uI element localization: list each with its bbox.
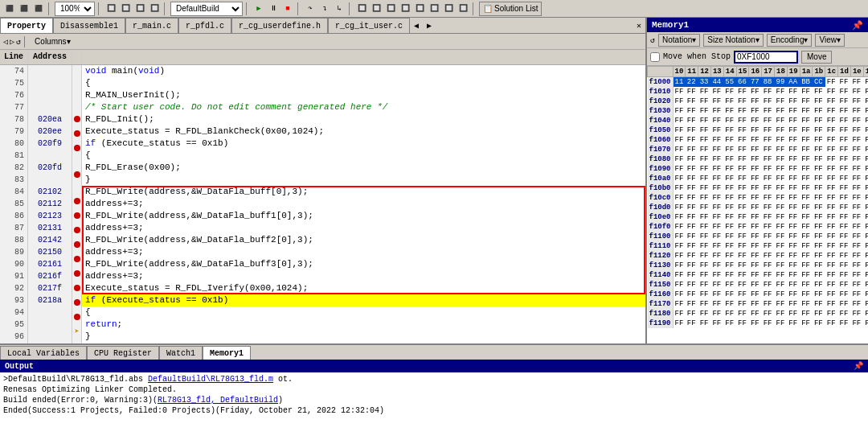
memory-byte[interactable]: FF xyxy=(673,309,686,319)
memory-byte[interactable]: FF xyxy=(787,203,800,212)
memory-byte[interactable]: FF xyxy=(838,97,851,106)
memory-byte[interactable]: FF xyxy=(749,145,762,154)
memory-byte[interactable]: FF xyxy=(838,241,851,251)
memory-byte[interactable]: FF xyxy=(775,280,788,290)
memory-byte[interactable]: FF xyxy=(787,87,800,97)
memory-byte[interactable]: FF xyxy=(838,270,851,280)
memory-byte[interactable]: FF xyxy=(850,135,863,145)
memory-byte[interactable]: FF xyxy=(800,203,813,212)
memory-byte[interactable]: FF xyxy=(775,193,788,203)
tab-r-pfdl[interactable]: r_pfdl.c xyxy=(178,18,231,33)
memory-byte[interactable]: FF xyxy=(749,270,762,280)
memory-byte[interactable]: FF xyxy=(736,261,749,270)
memory-byte[interactable]: FF xyxy=(710,309,723,319)
memory-byte[interactable]: FF xyxy=(850,222,863,232)
memory-byte[interactable]: FF xyxy=(838,290,851,299)
memory-byte[interactable]: FF xyxy=(800,164,813,174)
memory-byte[interactable]: FF xyxy=(838,251,851,261)
memory-byte[interactable]: FF xyxy=(825,319,838,328)
memory-byte[interactable]: FF xyxy=(787,251,800,261)
memory-byte[interactable]: FF xyxy=(723,87,736,97)
memory-byte[interactable]: FF xyxy=(698,116,711,125)
memory-byte[interactable]: 66 xyxy=(736,77,749,88)
memory-byte[interactable]: FF xyxy=(775,270,788,280)
solution-list-button[interactable]: 📋 Solution List xyxy=(479,2,542,16)
memory-byte[interactable]: FF xyxy=(863,251,868,261)
memory-byte[interactable]: FF xyxy=(850,290,863,299)
memory-byte[interactable]: FF xyxy=(723,174,736,183)
memory-byte[interactable]: FF xyxy=(762,309,775,319)
memory-byte[interactable]: FF xyxy=(813,261,825,270)
memory-byte[interactable]: FF xyxy=(813,203,825,212)
memory-byte[interactable]: FF xyxy=(710,87,723,97)
memory-byte[interactable]: FF xyxy=(723,241,736,251)
toolbar-icon-5[interactable]: 🔲 xyxy=(119,2,132,15)
memory-byte[interactable]: FF xyxy=(710,270,723,280)
step-out-icon[interactable]: ↳ xyxy=(333,2,346,15)
memory-byte[interactable]: FF xyxy=(775,87,788,97)
memory-byte[interactable]: FF xyxy=(825,87,838,97)
memory-byte[interactable]: FF xyxy=(723,232,736,241)
memory-byte[interactable]: FF xyxy=(825,203,838,212)
memory-byte[interactable]: FF xyxy=(673,164,686,174)
memory-byte[interactable]: FF xyxy=(775,203,788,212)
toolbar-icon-11[interactable]: 🔲 xyxy=(399,2,411,15)
memory-byte[interactable]: FF xyxy=(723,280,736,290)
memory-byte[interactable]: FF xyxy=(686,290,698,299)
memory-byte[interactable]: FF xyxy=(736,145,749,154)
bp-cell[interactable] xyxy=(72,89,81,101)
refresh-btn[interactable]: ↺ xyxy=(16,37,21,47)
memory-byte[interactable]: FF xyxy=(850,164,863,174)
toolbar-icon-9[interactable]: 🔲 xyxy=(370,2,383,15)
memory-byte[interactable]: FF xyxy=(800,135,813,145)
bp-cell[interactable] xyxy=(72,299,81,311)
memory-byte[interactable]: FF xyxy=(736,280,749,290)
memory-byte[interactable]: FF xyxy=(850,174,863,183)
memory-byte[interactable]: FF xyxy=(723,251,736,261)
memory-byte[interactable]: FF xyxy=(825,77,838,88)
memory-byte[interactable]: FF xyxy=(673,212,686,222)
memory-byte[interactable]: FF xyxy=(736,203,749,212)
memory-byte[interactable]: FF xyxy=(762,145,775,154)
memory-byte[interactable]: FF xyxy=(863,87,868,97)
memory-byte[interactable]: FF xyxy=(749,87,762,97)
memory-byte[interactable]: FF xyxy=(850,125,863,135)
memory-byte[interactable]: FF xyxy=(723,145,736,154)
memory-byte[interactable]: FF xyxy=(673,299,686,309)
address-input[interactable] xyxy=(734,51,798,64)
memory-byte[interactable]: FF xyxy=(698,299,711,309)
memory-byte[interactable]: FF xyxy=(800,212,813,222)
memory-byte[interactable]: FF xyxy=(736,309,749,319)
memory-byte[interactable]: FF xyxy=(787,97,800,106)
memory-byte[interactable]: FF xyxy=(749,116,762,125)
memory-byte[interactable]: FF xyxy=(825,222,838,232)
memory-byte[interactable]: FF xyxy=(825,212,838,222)
memory-byte[interactable]: FF xyxy=(686,261,698,270)
memory-byte[interactable]: FF xyxy=(863,106,868,116)
memory-byte[interactable]: FF xyxy=(736,164,749,174)
memory-byte[interactable]: FF xyxy=(710,261,723,270)
memory-byte[interactable]: FF xyxy=(850,280,863,290)
memory-byte[interactable]: FF xyxy=(762,319,775,328)
memory-byte[interactable]: FF xyxy=(850,309,863,319)
toolbar-icon-4[interactable]: 🔲 xyxy=(104,2,117,15)
memory-byte[interactable]: FF xyxy=(825,154,838,164)
memory-byte[interactable]: FF xyxy=(710,125,723,135)
memory-byte[interactable]: FF xyxy=(838,145,851,154)
memory-byte[interactable]: FF xyxy=(762,116,775,125)
memory-byte[interactable]: FF xyxy=(673,290,686,299)
memory-byte[interactable]: FF xyxy=(762,290,775,299)
memory-byte[interactable]: FF xyxy=(775,222,788,232)
memory-byte[interactable]: FF xyxy=(749,299,762,309)
tab-property[interactable]: Property xyxy=(0,18,53,33)
memory-byte[interactable]: FF xyxy=(863,270,868,280)
memory-byte[interactable]: FF xyxy=(698,212,711,222)
memory-byte[interactable]: FF xyxy=(673,145,686,154)
bp-cell[interactable] xyxy=(72,285,81,297)
memory-byte[interactable]: FF xyxy=(787,319,800,328)
memory-byte[interactable]: FF xyxy=(787,290,800,299)
bottom-tab-watch1[interactable]: Watch1 xyxy=(159,346,203,360)
memory-byte[interactable]: FF xyxy=(787,212,800,222)
memory-byte[interactable]: FF xyxy=(850,116,863,125)
memory-byte[interactable]: AA xyxy=(787,77,800,88)
